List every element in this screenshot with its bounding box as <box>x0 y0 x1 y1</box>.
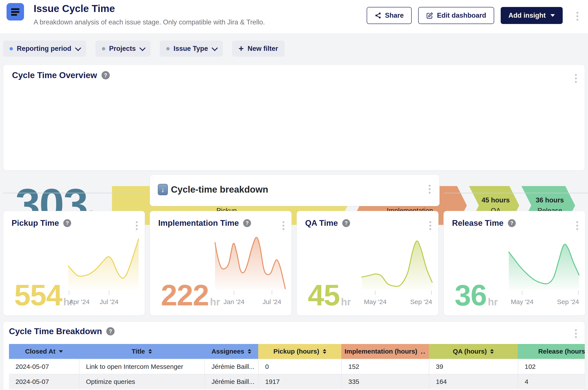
filter-issue-type[interactable]: Issue Type <box>160 41 223 57</box>
svg-text:Jul '24: Jul '24 <box>263 298 281 305</box>
cycle-time-overview-card: Cycle Time Overview ? 303 hr 554 hours P… <box>3 65 585 171</box>
plus-icon <box>239 44 244 53</box>
table-kebab-menu[interactable] <box>574 328 578 340</box>
help-icon[interactable]: ? <box>63 219 71 227</box>
table-header-row: Closed At Title Assignees Pickup (hours)… <box>9 344 585 359</box>
stage-card-title: Release Time <box>452 219 504 228</box>
stage-card-title: Pickup Time <box>11 219 59 228</box>
dashboard-menu-icon[interactable] <box>6 3 24 20</box>
filter-label: Reporting period <box>17 45 71 52</box>
dashboard-root: Issue Cycle Time A breakdown analysis of… <box>0 0 588 390</box>
chevron-down-icon <box>139 45 146 51</box>
hamburger-bar <box>11 14 17 16</box>
filter-dot-icon <box>166 47 170 50</box>
new-filter-button[interactable]: New filter <box>232 41 285 57</box>
help-icon[interactable]: ? <box>342 219 350 227</box>
new-filter-label: New filter <box>248 45 278 52</box>
share-icon <box>374 12 381 19</box>
hamburger-bar <box>11 11 19 13</box>
stage-card-kebab-menu[interactable] <box>134 220 139 231</box>
svg-text:Sep '24: Sep '24 <box>410 298 432 305</box>
filter-reporting-period[interactable]: Reporting period <box>3 41 86 57</box>
edit-dashboard-button[interactable]: Edit dashboard <box>418 7 494 24</box>
chevron-down-icon <box>75 45 81 51</box>
overview-card-title: Cycle Time Overview <box>12 70 97 80</box>
column-header-implementation-hours[interactable]: Implementation (hours).. <box>341 344 429 359</box>
hamburger-bar <box>11 8 19 10</box>
help-icon[interactable]: ? <box>243 219 251 227</box>
stage-metric: 45 hr <box>308 283 351 308</box>
header-kebab-menu[interactable] <box>575 10 580 22</box>
svg-text:May '24: May '24 <box>364 298 386 305</box>
implementation-time-card: Implementation Time ? 222 hr Jan '24Jul … <box>150 211 292 316</box>
svg-text:Sep '24: Sep '24 <box>557 298 579 305</box>
stage-value: 222 <box>161 283 209 308</box>
filter-label: Projects <box>109 45 136 52</box>
stage-value: 554 <box>14 283 62 308</box>
column-header-closed-at[interactable]: Closed At <box>9 344 79 359</box>
cell-assignees: Jérémie Baill... <box>205 374 258 389</box>
cell-qa-hours: 164 <box>429 374 518 389</box>
stage-metric: 554 hr <box>14 283 73 308</box>
add-insight-button[interactable]: Add insight <box>501 7 563 24</box>
page-subtitle: A breakdown analysis of each issue stage… <box>34 18 265 26</box>
table-card-title: Cycle Time Breakdown <box>9 327 102 336</box>
svg-text:Apr '24: Apr '24 <box>69 298 90 305</box>
segment-hours: 45 hours <box>481 196 510 204</box>
filter-bar: Reporting period Projects Issue Type New… <box>3 41 285 57</box>
cell-title: Optimize queries <box>79 374 205 389</box>
stage-card-title: Implementation Time <box>158 219 239 228</box>
chevron-down-icon <box>212 45 218 51</box>
cycle-time-breakdown-table-card: Cycle Time Breakdown ? Closed At Title A… <box>3 322 585 390</box>
add-insight-label: Add insight <box>509 11 546 19</box>
cell-implementation-hours: 335 <box>341 374 429 389</box>
stage-card-kebab-menu[interactable] <box>428 220 432 231</box>
release-time-card: Release Time ? 36 hr May '24Sep '24 <box>443 211 585 316</box>
filter-dot-icon <box>102 47 105 50</box>
stage-card-kebab-menu[interactable] <box>575 220 580 231</box>
stage-metric: 36 hr <box>455 283 498 308</box>
cell-pickup-hours: 1917 <box>258 374 341 389</box>
stage-card-kebab-menu[interactable] <box>281 220 286 231</box>
column-header-assignees[interactable]: Assignees <box>205 344 258 359</box>
cell-pickup-hours: 0 <box>258 359 341 374</box>
header-actions: Share Edit dashboard Add insight <box>367 7 563 24</box>
cell-release-hours: 4 <box>518 374 585 389</box>
cell-assignees: Jérémie Baill... <box>205 359 258 374</box>
help-icon[interactable]: ? <box>106 327 114 336</box>
qa-time-card: QA Time ? 45 hr May '24Sep '24 <box>297 211 438 316</box>
table-row[interactable]: 2024-05-07 Optimize queries Jérémie Bail… <box>9 374 585 389</box>
sparkline-chart: Apr '24Jul '24 <box>67 236 139 311</box>
cell-closed-at: 2024-05-07 <box>9 374 79 389</box>
edit-icon <box>426 12 433 19</box>
svg-text:Jul '24: Jul '24 <box>100 298 118 305</box>
share-button[interactable]: Share <box>367 7 412 24</box>
breakdown-kebab-menu[interactable] <box>427 184 432 195</box>
cell-implementation-hours: 152 <box>341 359 429 374</box>
table-row[interactable]: 2024-05-07 Link to open Intercom Messeng… <box>9 359 585 374</box>
cell-title: Link to open Intercom Messenger <box>79 359 205 374</box>
stage-unit: hr <box>341 296 351 308</box>
overview-kebab-menu[interactable] <box>574 73 578 84</box>
segment-hours: 36 hours <box>535 196 564 204</box>
edit-dashboard-label: Edit dashboard <box>437 11 486 19</box>
share-label: Share <box>385 11 404 19</box>
stage-value: 36 <box>455 283 486 308</box>
cell-closed-at: 2024-05-07 <box>9 359 79 374</box>
column-header-pickup-hours[interactable]: Pickup (hours) <box>258 344 341 359</box>
section-divider <box>3 193 145 193</box>
svg-text:Jan '24: Jan '24 <box>223 298 244 305</box>
help-icon[interactable]: ? <box>102 71 110 79</box>
column-header-release-hours[interactable]: Release (hours) <box>518 344 585 359</box>
stage-card-title: QA Time <box>305 219 338 228</box>
cell-qa-hours: 39 <box>429 359 518 374</box>
filter-projects[interactable]: Projects <box>95 41 151 57</box>
cycle-time-breakdown-header-card: ↓ Cycle-time breakdown <box>150 175 440 206</box>
filter-label: Issue Type <box>173 45 208 52</box>
column-header-title[interactable]: Title <box>79 344 205 359</box>
section-divider <box>444 193 588 193</box>
header: Issue Cycle Time A breakdown analysis of… <box>0 0 588 33</box>
stage-unit: hr <box>488 296 498 308</box>
help-icon[interactable]: ? <box>508 219 516 227</box>
column-header-qa-hours[interactable]: QA (hours) <box>429 344 518 359</box>
